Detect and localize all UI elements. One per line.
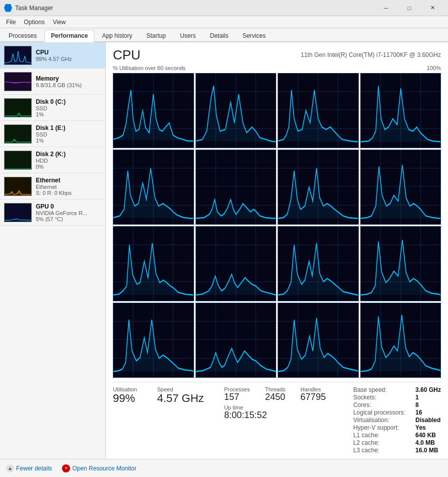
cpu-model-text: 11th Gen Intel(R) Core(TM) i7-11700KF @ … bbox=[301, 51, 441, 58]
disk0-thumbnail bbox=[4, 98, 32, 117]
memory-label: Memory bbox=[36, 75, 101, 82]
l2-label: L2 cache: bbox=[353, 439, 405, 446]
cpu-cell-6 bbox=[278, 150, 359, 225]
sidebar-item-gpu0[interactable]: GPU 0 NVIDIA GeForce R... 5% (57 °C) bbox=[0, 199, 105, 226]
l3-label: L3 cache: bbox=[353, 447, 405, 454]
processes-value: 157 bbox=[224, 392, 250, 402]
sockets-value: 1 bbox=[415, 394, 441, 401]
gpu0-thumbnail bbox=[4, 203, 32, 222]
fewer-details-label: Fewer details bbox=[16, 465, 52, 472]
hyperv-label: Hyper-V support: bbox=[353, 424, 405, 431]
sidebar: CPU 99% 4.57 GHz Memory 9.8/31.8 GB (31%… bbox=[0, 42, 106, 459]
disk1-mini-graph bbox=[5, 125, 31, 143]
resource-monitor-icon: ✕ bbox=[62, 464, 70, 472]
memory-thumbnail bbox=[4, 72, 32, 91]
disk0-detail2: 1% bbox=[36, 111, 101, 117]
app-icon bbox=[4, 4, 12, 12]
disk0-mini-graph bbox=[5, 99, 31, 117]
tab-users[interactable]: Users bbox=[173, 30, 202, 41]
cpu-mini-graph bbox=[5, 46, 31, 64]
cpu-thumbnail bbox=[4, 46, 32, 65]
right-stats: Base speed: 3.60 GHz Sockets: 1 Cores: 8… bbox=[353, 386, 441, 454]
threads-value: 2450 bbox=[265, 392, 285, 402]
stat-row-1: Processes 157 Threads 2450 Handles 67795 bbox=[224, 386, 326, 402]
virt-label: Virtualisation: bbox=[353, 417, 405, 424]
menu-view[interactable]: View bbox=[49, 18, 70, 27]
disk1-label: Disk 1 (E:) bbox=[36, 124, 101, 131]
stat-threads: Threads 2450 bbox=[265, 386, 285, 402]
tab-app-history[interactable]: App history bbox=[95, 30, 139, 41]
memory-info: Memory 9.8/31.8 GB (31%) bbox=[36, 75, 101, 88]
cpu-label: CPU bbox=[36, 49, 101, 56]
memory-mini-graph bbox=[5, 73, 31, 91]
cpu-cell-13 bbox=[196, 303, 277, 378]
content-header: CPU 11th Gen Intel(R) Core(TM) i7-11700K… bbox=[113, 47, 441, 63]
sidebar-item-disk0[interactable]: Disk 0 (C:) SSD 1% bbox=[0, 95, 105, 121]
menu-options[interactable]: Options bbox=[20, 18, 48, 27]
stat-sub-group: Processes 157 Threads 2450 Handles 67795… bbox=[224, 386, 326, 454]
ethernet-detail1: Ethernet bbox=[36, 184, 101, 190]
cores-value: 8 bbox=[415, 401, 441, 408]
window-title: Task Manager bbox=[15, 5, 374, 12]
stat-speed: Speed 4.57 GHz bbox=[157, 386, 204, 454]
speed-value: 4.57 GHz bbox=[157, 392, 204, 404]
sidebar-item-memory[interactable]: Memory 9.8/31.8 GB (31%) bbox=[0, 69, 105, 95]
ethernet-info: Ethernet Ethernet S: 0 R: 0 Kbps bbox=[36, 177, 101, 196]
main-layout: CPU 99% 4.57 GHz Memory 9.8/31.8 GB (31%… bbox=[0, 42, 448, 459]
sidebar-item-disk1[interactable]: Disk 1 (E:) SSD 1% bbox=[0, 121, 105, 147]
stat-processes: Processes 157 bbox=[224, 386, 250, 402]
sidebar-item-cpu[interactable]: CPU 99% 4.57 GHz bbox=[0, 42, 105, 69]
disk2-detail1: HDD bbox=[36, 158, 101, 164]
cpu-grid bbox=[113, 73, 441, 378]
sidebar-item-ethernet[interactable]: Ethernet Ethernet S: 0 R: 0 Kbps bbox=[0, 173, 105, 199]
util-value: 99% bbox=[113, 392, 137, 404]
cpu-cell-5 bbox=[196, 150, 277, 225]
gpu0-detail1: NVIDIA GeForce R... bbox=[36, 210, 101, 216]
title-bar: Task Manager ─ □ ✕ bbox=[0, 0, 448, 16]
memory-detail: 9.8/31.8 GB (31%) bbox=[36, 82, 101, 88]
cpu-detail: 99% 4.57 GHz bbox=[36, 56, 101, 62]
disk1-detail1: SSD bbox=[36, 131, 101, 138]
logical-value: 16 bbox=[415, 409, 441, 416]
tab-performance[interactable]: Performance bbox=[44, 30, 94, 42]
fewer-details-link[interactable]: ▲ Fewer details bbox=[6, 464, 52, 472]
tab-processes[interactable]: Processes bbox=[2, 30, 43, 41]
menu-file[interactable]: File bbox=[2, 18, 20, 27]
disk2-thumbnail bbox=[4, 151, 32, 170]
minimize-button[interactable]: ─ bbox=[374, 0, 398, 16]
tab-details[interactable]: Details bbox=[203, 30, 235, 41]
cpu-cell-7 bbox=[360, 150, 441, 225]
disk1-detail2: 1% bbox=[36, 138, 101, 144]
stats-row: Utilisation 99% Speed 4.57 GHz Processes… bbox=[113, 382, 441, 454]
l3-value: 16.0 MB bbox=[415, 447, 441, 454]
gpu0-mini-graph bbox=[5, 203, 31, 222]
disk2-detail2: 0% bbox=[36, 164, 101, 170]
ethernet-mini-graph bbox=[5, 177, 31, 195]
uptime-label: Up time bbox=[224, 404, 326, 411]
open-resource-monitor-link[interactable]: ✕ Open Resource Monitor bbox=[62, 464, 136, 472]
cpu-cell-8 bbox=[113, 226, 194, 301]
uptime-value: 8:00:15:52 bbox=[224, 411, 326, 421]
ethernet-thumbnail bbox=[4, 177, 32, 196]
tab-bar: Processes Performance App history Startu… bbox=[0, 28, 448, 42]
util-label-text: % Utilisation over 60 seconds bbox=[113, 65, 185, 71]
cpu-cell-11 bbox=[360, 226, 441, 301]
sidebar-item-disk2[interactable]: Disk 2 (K:) HDD 0% bbox=[0, 147, 105, 173]
maximize-button[interactable]: □ bbox=[398, 0, 421, 16]
util-label-row: % Utilisation over 60 seconds 100% bbox=[113, 65, 441, 71]
footer: ▲ Fewer details ✕ Open Resource Monitor bbox=[0, 459, 448, 477]
l1-value: 640 KB bbox=[415, 432, 441, 439]
disk2-info: Disk 2 (K:) HDD 0% bbox=[36, 151, 101, 170]
disk0-info: Disk 0 (C:) SSD 1% bbox=[36, 98, 101, 117]
l2-value: 4.0 MB bbox=[415, 439, 441, 446]
tab-startup[interactable]: Startup bbox=[140, 30, 172, 41]
cpu-info: CPU 99% 4.57 GHz bbox=[36, 49, 101, 62]
ethernet-label: Ethernet bbox=[36, 177, 101, 184]
gpu0-label: GPU 0 bbox=[36, 203, 101, 210]
tab-services[interactable]: Services bbox=[236, 30, 272, 41]
disk2-label: Disk 2 (K:) bbox=[36, 151, 101, 158]
close-button[interactable]: ✕ bbox=[421, 0, 444, 16]
base-speed-value: 3.60 GHz bbox=[415, 386, 441, 393]
sockets-label: Sockets: bbox=[353, 394, 405, 401]
stat-handles: Handles 67795 bbox=[300, 386, 326, 402]
